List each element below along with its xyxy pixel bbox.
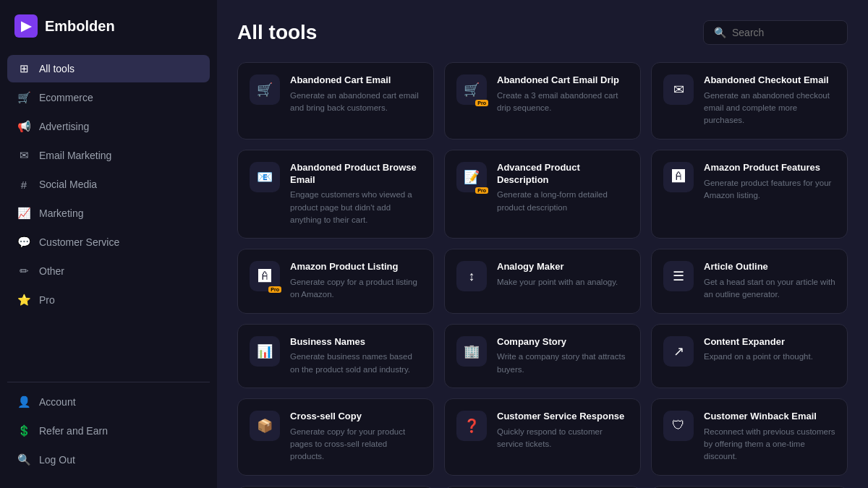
account-icon: 👤 xyxy=(17,395,30,408)
tool-name: Amazon Product Features xyxy=(704,162,835,174)
tool-card-abandoned-cart-email-drip[interactable]: 🛒 Pro Abandoned Cart Email Drip Create a… xyxy=(444,62,641,140)
tool-info-advanced-product-description: Advanced Product Description Generate a … xyxy=(497,162,629,227)
tool-icon-customer-winback-email: 🛡 xyxy=(663,411,694,441)
tool-icon-analogy-maker: ↕ xyxy=(456,261,487,291)
sidebar-item-social-media[interactable]: # Social Media xyxy=(7,171,210,198)
tool-name: Customer Winback Email xyxy=(704,411,835,423)
sidebar-item-all-tools[interactable]: ⊞ All tools xyxy=(7,55,210,82)
sidebar-item-refer-earn[interactable]: 💲 Refer and Earn xyxy=(7,417,210,445)
sidebar-item-label: All tools xyxy=(39,63,75,74)
sidebar-bottom: 👤 Account 💲 Refer and Earn 🔍 Log Out xyxy=(0,388,217,474)
tool-name: Abandoned Product Browse Email xyxy=(290,162,422,187)
tool-name: Abandoned Cart Email Drip xyxy=(497,74,629,87)
tool-icon-content-expander: ↗ xyxy=(663,336,694,367)
sidebar-item-logout[interactable]: 🔍 Log Out xyxy=(7,446,210,474)
tool-card-amazon-product-listing[interactable]: 🅰 Pro Amazon Product Listing Generate co… xyxy=(237,249,434,313)
search-input[interactable] xyxy=(732,27,837,38)
tool-desc: Reconnect with previous customers by off… xyxy=(704,426,835,463)
sidebar-item-label: Marketing xyxy=(39,207,83,219)
tool-name: Abandoned Checkout Email xyxy=(704,74,835,87)
tool-icon-advanced-product-description: 📝 Pro xyxy=(456,162,487,192)
tool-card-company-story[interactable]: 🏢 Company Story Write a company story th… xyxy=(444,324,641,388)
sidebar-item-label: Ecommerce xyxy=(39,92,93,103)
tool-name: Cross-sell Copy xyxy=(290,411,422,423)
tool-info-customer-winback-email: Customer Winback Email Reconnect with pr… xyxy=(704,411,835,463)
tool-desc: Generate an abandoned cart email and bri… xyxy=(290,90,422,115)
tool-card-article-outline[interactable]: ☰ Article Outline Get a head start on yo… xyxy=(651,249,848,313)
tool-info-abandoned-checkout-email: Abandoned Checkout Email Generate an aba… xyxy=(704,74,835,127)
tool-card-customer-service-response[interactable]: ❓ Customer Service Response Quickly resp… xyxy=(444,398,641,476)
sidebar-item-label: Social Media xyxy=(39,179,97,190)
tool-desc: Generate copy for your product pages to … xyxy=(290,426,422,463)
tool-desc: Generate an abandoned checkout email and… xyxy=(704,90,835,127)
logout-icon: 🔍 xyxy=(17,453,30,466)
social-media-icon: # xyxy=(17,178,30,191)
sidebar-item-other[interactable]: ✏ Other xyxy=(7,257,210,285)
tool-card-abandoned-product-browse-email[interactable]: 📧 Abandoned Product Browse Email Engage … xyxy=(237,150,434,239)
tool-desc: Engage customers who viewed a product pa… xyxy=(290,189,422,226)
tool-name: Amazon Product Listing xyxy=(290,261,422,273)
tool-icon-article-outline: ☰ xyxy=(663,261,694,291)
sidebar-item-label: Pro xyxy=(39,294,55,306)
tool-card-abandoned-cart-email[interactable]: 🛒 Abandoned Cart Email Generate an aband… xyxy=(237,62,434,140)
tool-info-analogy-maker: Analogy Maker Make your point with an an… xyxy=(497,261,629,301)
tool-desc: Create a 3 email abandoned cart drip seq… xyxy=(497,90,629,115)
sidebar-item-marketing[interactable]: 📈 Marketing xyxy=(7,200,210,227)
pro-badge: Pro xyxy=(475,187,488,194)
page-title: All tools xyxy=(237,21,317,44)
tool-info-content-expander: Content Expander Expand on a point or th… xyxy=(704,336,835,376)
app-name: Embolden xyxy=(45,18,115,35)
tool-card-amazon-product-features[interactable]: 🅰 Amazon Product Features Generate produ… xyxy=(651,150,848,239)
ecommerce-icon: 🛒 xyxy=(17,91,30,104)
sidebar-item-label: Other xyxy=(39,265,64,277)
tool-info-article-outline: Article Outline Get a head start on your… xyxy=(704,261,835,301)
tool-desc: Expand on a point or thought. xyxy=(704,351,835,363)
tool-card-facebook-ads[interactable]: f Facebook Ads Write the perfect Faceboo… xyxy=(444,486,641,488)
tool-card-ecommerce-niche-ideas[interactable]: 💡 Ecommerce Niche Ideas Generate ecommer… xyxy=(237,486,434,488)
tool-desc: Generate copy for a product listing on A… xyxy=(290,276,422,301)
logo-icon: ▶ xyxy=(14,14,38,38)
tool-card-facebook-ads-mockup[interactable]: f Pro Facebook Ads (with Mockup) Create … xyxy=(651,486,848,488)
tool-card-analogy-maker[interactable]: ↕ Analogy Maker Make your point with an … xyxy=(444,249,641,313)
sidebar-item-account[interactable]: 👤 Account xyxy=(7,388,210,416)
sidebar-item-email-marketing[interactable]: ✉ Email Marketing xyxy=(7,142,210,169)
sidebar-item-customer-service[interactable]: 💬 Customer Service xyxy=(7,228,210,256)
sidebar-item-label: Account xyxy=(39,396,76,408)
tool-icon-amazon-product-listing: 🅰 Pro xyxy=(250,261,280,291)
advertising-icon: 📢 xyxy=(17,120,30,133)
tool-info-customer-service-response: Customer Service Response Quickly respon… xyxy=(497,411,629,463)
tool-desc: Get a head start on your article with an… xyxy=(704,276,835,301)
tool-icon-cross-sell-copy: 📦 xyxy=(250,411,280,441)
tool-desc: Generate a long-form detailed product de… xyxy=(497,189,629,214)
sidebar-item-label: Email Marketing xyxy=(39,150,111,161)
tool-icon-amazon-product-features: 🅰 xyxy=(663,162,694,192)
tool-info-company-story: Company Story Write a company story that… xyxy=(497,336,629,376)
tool-card-advanced-product-description[interactable]: 📝 Pro Advanced Product Description Gener… xyxy=(444,150,641,239)
tool-card-cross-sell-copy[interactable]: 📦 Cross-sell Copy Generate copy for your… xyxy=(237,398,434,476)
tool-icon-abandoned-product-browse-email: 📧 xyxy=(250,162,280,192)
main-content: All tools 🔍 🛒 Abandoned Cart Email Gener… xyxy=(217,0,868,488)
tool-card-content-expander[interactable]: ↗ Content Expander Expand on a point or … xyxy=(651,324,848,388)
pro-badge: Pro xyxy=(475,100,488,106)
tool-name: Business Names xyxy=(290,336,422,348)
tool-card-customer-winback-email[interactable]: 🛡 Customer Winback Email Reconnect with … xyxy=(651,398,848,476)
other-icon: ✏ xyxy=(17,265,30,278)
search-icon: 🔍 xyxy=(714,27,726,38)
tool-card-business-names[interactable]: 📊 Business Names Generate business names… xyxy=(237,324,434,388)
sidebar-item-ecommerce[interactable]: 🛒 Ecommerce xyxy=(7,84,210,111)
page-header: All tools 🔍 xyxy=(237,20,848,45)
sidebar-item-advertising[interactable]: 📢 Advertising xyxy=(7,113,210,140)
sidebar-item-label: Advertising xyxy=(39,121,89,132)
tool-name: Customer Service Response xyxy=(497,411,629,423)
pro-icon: ⭐ xyxy=(17,294,30,307)
tool-name: Advanced Product Description xyxy=(497,162,629,187)
tool-info-business-names: Business Names Generate business names b… xyxy=(290,336,422,376)
tool-info-abandoned-product-browse-email: Abandoned Product Browse Email Engage cu… xyxy=(290,162,422,227)
sidebar-divider xyxy=(7,382,210,382)
tool-info-abandoned-cart-email: Abandoned Cart Email Generate an abandon… xyxy=(290,74,422,127)
tool-desc: Make your point with an analogy. xyxy=(497,276,629,288)
tool-card-abandoned-checkout-email[interactable]: ✉ Abandoned Checkout Email Generate an a… xyxy=(651,62,848,140)
search-box[interactable]: 🔍 xyxy=(703,20,848,45)
sidebar-item-pro[interactable]: ⭐ Pro xyxy=(7,286,210,314)
tool-desc: Quickly respond to customer service tick… xyxy=(497,426,629,451)
